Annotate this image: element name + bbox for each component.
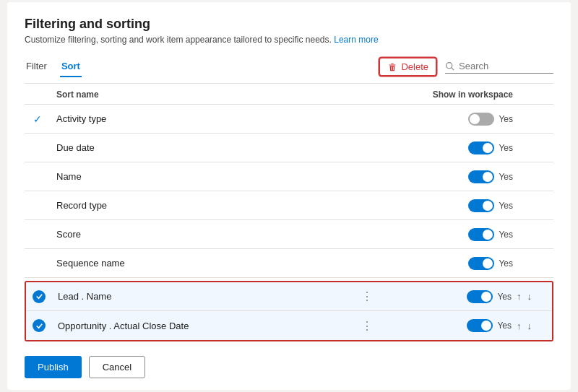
row-move-up-opp-close[interactable]: ↑ xyxy=(514,320,524,332)
toggle-sequence-name[interactable] xyxy=(468,257,494,270)
toolbar-right: Delete xyxy=(379,58,553,76)
search-icon xyxy=(445,61,454,71)
toggle-due-date[interactable] xyxy=(468,141,494,154)
row-move-up-lead-name[interactable]: ↑ xyxy=(514,290,524,302)
col-header-show: Show in workspace xyxy=(386,90,516,100)
row-name-sequence-name: Sequence name xyxy=(51,258,363,269)
row-check-activity-type: ✓ xyxy=(33,113,42,125)
tab-filter[interactable]: Filter xyxy=(25,56,48,77)
row-name-activity-type: Activity type xyxy=(51,113,363,124)
row-name-lead-name: Lead . Name xyxy=(52,291,361,302)
row-move-down-lead-name[interactable]: ↓ xyxy=(525,290,535,302)
col-header-sort-name: Sort name xyxy=(51,90,386,100)
selected-check-lead-name xyxy=(33,290,46,303)
toggle-score[interactable] xyxy=(468,228,494,241)
main-card: Filtering and sorting Customize filterin… xyxy=(7,2,571,390)
selected-table-row: Lead . Name ⋮ Yes ↑ ↓ xyxy=(26,282,552,311)
search-box xyxy=(445,61,553,74)
table-row: ✓ Activity type Yes xyxy=(25,105,553,134)
publish-button[interactable]: Publish xyxy=(25,356,82,378)
row-move-down-opp-close[interactable]: ↓ xyxy=(525,320,535,332)
learn-more-link[interactable]: Learn more xyxy=(334,35,378,45)
row-dots-opp-close[interactable]: ⋮ xyxy=(361,320,374,332)
toggle-lead-name[interactable] xyxy=(467,290,493,303)
row-name-name: Name xyxy=(51,171,363,182)
table-row: Sequence name Yes xyxy=(25,249,553,278)
cancel-button[interactable]: Cancel xyxy=(89,356,145,378)
page-title: Filtering and sorting xyxy=(25,17,553,32)
toolbar: Filter Sort Delete xyxy=(25,56,553,77)
row-name-record-type: Record type xyxy=(51,200,363,211)
search-input[interactable] xyxy=(459,61,545,71)
toggle-activity-type[interactable] xyxy=(468,113,494,126)
toggle-name[interactable] xyxy=(468,170,494,183)
table-row: Name Yes xyxy=(25,162,553,191)
delete-button[interactable]: Delete xyxy=(379,58,436,76)
row-dots-lead-name[interactable]: ⋮ xyxy=(361,290,374,302)
row-name-opp-close: Opportunity . Actual Close Date xyxy=(52,321,361,331)
selected-table-row: Opportunity . Actual Close Date ⋮ Yes ↑ … xyxy=(26,311,552,340)
svg-point-0 xyxy=(447,62,452,68)
selected-check-opp-close xyxy=(33,319,46,332)
row-name-due-date: Due date xyxy=(51,142,363,153)
table-row: Record type Yes xyxy=(25,191,553,220)
footer: Publish Cancel xyxy=(25,356,553,378)
tabs: Filter Sort xyxy=(25,56,82,77)
table-row: Due date Yes xyxy=(25,134,553,162)
toggle-record-type[interactable] xyxy=(468,199,494,212)
selected-rows-group: Lead . Name ⋮ Yes ↑ ↓ xyxy=(25,281,553,341)
table-row: Score Yes xyxy=(25,220,553,249)
table-header: Sort name Show in workspace xyxy=(25,84,553,105)
row-name-score: Score xyxy=(51,229,363,240)
trash-icon xyxy=(387,62,397,72)
toggle-opp-close[interactable] xyxy=(467,319,493,332)
page-subtitle: Customize filtering, sorting and work it… xyxy=(25,35,553,45)
tab-sort[interactable]: Sort xyxy=(60,56,82,77)
svg-line-1 xyxy=(452,67,454,69)
